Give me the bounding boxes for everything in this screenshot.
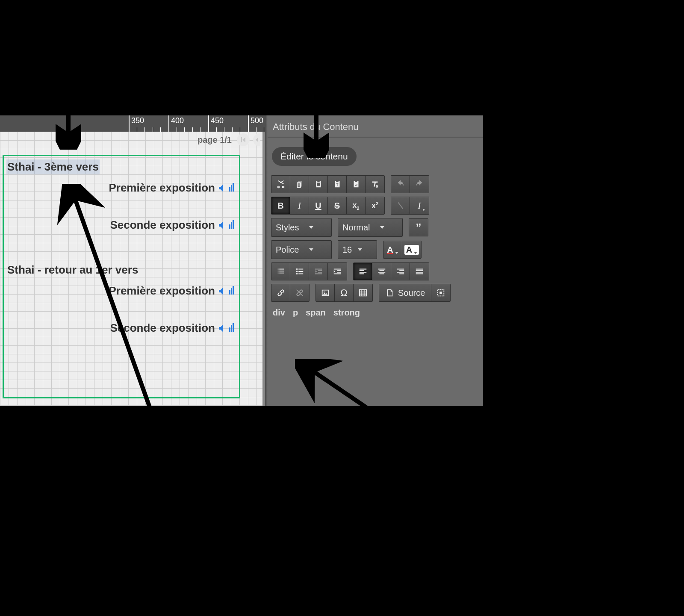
svg-point-4 [296, 273, 298, 275]
path-span[interactable]: span [306, 308, 326, 318]
svg-point-3 [296, 271, 298, 272]
ruler-tick-minor [264, 127, 264, 132]
svg-point-2 [296, 268, 298, 270]
paste-word-button[interactable]: W [347, 176, 366, 193]
path-p[interactable]: p [293, 308, 298, 318]
path-div[interactable]: div [273, 308, 285, 318]
copy-button[interactable] [290, 176, 309, 193]
ruler-tick-minor [224, 127, 224, 132]
ruler-tick-minor [216, 127, 217, 132]
link-button[interactable] [271, 284, 290, 301]
ruler-tick-major: 400 [168, 115, 169, 132]
ruler-tick-minor [184, 127, 185, 132]
exposition-2a[interactable]: Première exposition [6, 284, 236, 298]
horizontal-ruler: 350400450500550600650 [0, 115, 265, 132]
subscript-button[interactable]: x2 [347, 197, 366, 214]
size-select[interactable]: 16 [338, 240, 377, 259]
element-path[interactable]: div p span strong [273, 308, 483, 318]
blockquote-button[interactable]: ” [409, 219, 428, 236]
selected-content-block[interactable]: Sthai - 3ème vers Première exposition Se… [3, 155, 240, 398]
undo-button[interactable] [391, 176, 410, 193]
strike-button[interactable]: S [328, 197, 347, 214]
ruler-tick-minor [256, 127, 256, 132]
redo-button[interactable] [410, 176, 429, 193]
page-indicator-row: page 1/1 [198, 133, 260, 146]
special-char-button[interactable]: Ω [335, 284, 354, 301]
canvas-pane: 350400450500550600650 page 1/1 Sthai - 3… [0, 115, 265, 406]
image-button[interactable] [316, 284, 335, 301]
ruler-tick-minor [177, 127, 177, 132]
app-frame: 350400450500550600650 page 1/1 Sthai - 3… [0, 115, 483, 406]
speaker-icon[interactable] [218, 181, 234, 195]
prev-page-button[interactable] [253, 133, 260, 146]
first-page-button[interactable] [237, 133, 250, 146]
page-indicator: page 1/1 [198, 135, 232, 145]
ruler-tick-major: 450 [208, 115, 209, 132]
ruler-tick-minor [200, 127, 200, 132]
bold-button[interactable]: B [271, 197, 290, 214]
ruler-tick-minor [137, 127, 137, 132]
styles-select[interactable]: Styles [271, 218, 332, 237]
source-button[interactable]: Source [379, 284, 431, 301]
align-left-button[interactable] [354, 263, 372, 280]
exposition-2b[interactable]: Seconde exposition [6, 321, 236, 335]
ruler-tick-minor [144, 127, 145, 132]
clear-style-separator [391, 197, 410, 214]
font-select[interactable]: Police [271, 240, 332, 259]
speaker-icon[interactable] [218, 218, 234, 232]
svg-point-5 [323, 292, 324, 293]
edit-content-tab[interactable]: Éditer le contenu [272, 147, 357, 166]
bullet-list-button[interactable] [290, 263, 309, 280]
ruler-tick-major: 500 [248, 115, 249, 132]
ruler-tick-minor [153, 127, 153, 132]
underline-button[interactable]: U [309, 197, 328, 214]
svg-text:T: T [336, 183, 338, 187]
outdent-button[interactable] [309, 263, 328, 280]
paste-button[interactable] [309, 176, 328, 193]
bg-color-button[interactable]: A [402, 241, 421, 258]
table-button[interactable] [354, 284, 372, 301]
paper-area[interactable]: page 1/1 Sthai - 3ème vers Première expo… [0, 132, 262, 406]
cut-button[interactable] [271, 176, 290, 193]
exposition-1a[interactable]: Première exposition [6, 181, 236, 195]
heading-2[interactable]: Sthai - retour au 1er vers [6, 262, 236, 277]
ruler-tick-minor [240, 127, 240, 132]
clear-format-button[interactable]: Ix [410, 197, 429, 214]
superscript-button[interactable]: x2 [366, 197, 384, 214]
heading-1[interactable]: Sthai - 3ème vers [6, 159, 100, 174]
align-center-button[interactable] [372, 263, 391, 280]
italic-button[interactable]: I [290, 197, 309, 214]
exposition-1b[interactable]: Seconde exposition [6, 218, 236, 232]
align-justify-button[interactable] [410, 263, 429, 280]
path-strong[interactable]: strong [333, 308, 360, 318]
remove-format-button[interactable] [366, 176, 384, 193]
indent-button[interactable] [328, 263, 347, 280]
panel-title: Attributs du Contenu [265, 115, 483, 137]
svg-text:W: W [354, 183, 357, 187]
text-color-button[interactable]: A [383, 241, 402, 258]
format-select[interactable]: Normal [338, 218, 403, 237]
maximize-button[interactable] [431, 284, 450, 301]
numbered-list-button[interactable] [271, 263, 290, 280]
ruler-tick-minor [232, 127, 233, 132]
ruler-tick-minor [192, 127, 193, 132]
ruler-tick-minor [160, 127, 161, 132]
ruler-tick-major: 350 [129, 115, 130, 132]
speaker-icon[interactable] [218, 321, 234, 335]
speaker-icon[interactable] [218, 284, 234, 298]
paste-text-button[interactable]: T [328, 176, 347, 193]
properties-panel: Attributs du Contenu Éditer le contenu T… [265, 115, 483, 406]
align-right-button[interactable] [391, 263, 410, 280]
unlink-button[interactable] [290, 284, 309, 301]
